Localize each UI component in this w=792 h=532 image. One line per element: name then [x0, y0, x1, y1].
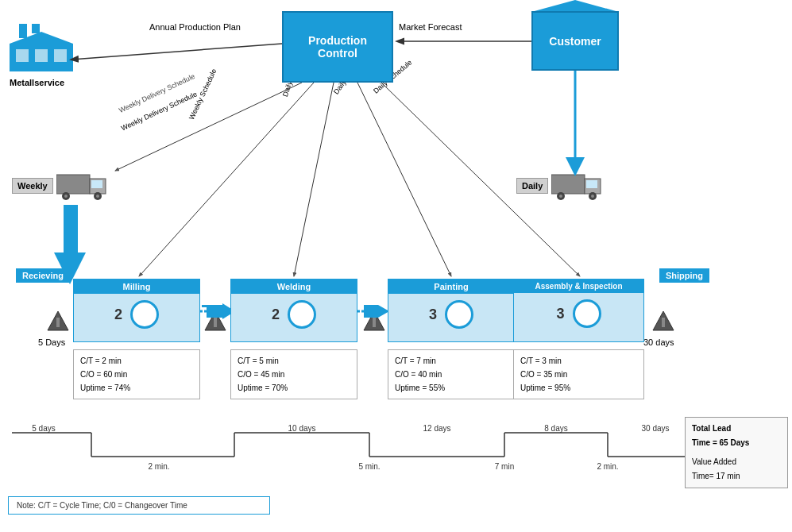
svg-rect-19 [91, 180, 102, 188]
assembly-content: 3 [514, 293, 643, 334]
factory-metallservice [10, 24, 73, 77]
svg-line-1 [71, 44, 282, 60]
welding-header: Welding [231, 279, 357, 294]
arrow-dash-1 [200, 303, 232, 322]
svg-rect-24 [551, 175, 585, 194]
svg-text:8 days: 8 days [544, 425, 567, 433]
assembly-co: C/O = 35 min [520, 368, 637, 381]
value-added-label: Value AddedTime= 17 min [692, 455, 781, 484]
milling-ct: C/T = 2 min [80, 354, 193, 368]
svg-text:10 days: 10 days [288, 425, 315, 433]
customer-label: Customer [549, 35, 601, 48]
welding-ct: C/T = 5 min [238, 354, 350, 368]
note-box: Note: C/T = Cycle Time; C/0 = Changeover… [8, 496, 270, 515]
welding-content: 2 [231, 294, 357, 335]
svg-rect-10 [32, 24, 40, 33]
days-before-milling: 5 Days [38, 337, 65, 347]
painting-co: C/O = 40 min [395, 368, 508, 381]
svg-rect-26 [586, 180, 597, 188]
inventory-5 [651, 310, 675, 335]
painting-ct: C/T = 7 min [395, 354, 508, 368]
assembly-ct: C/T = 3 min [520, 354, 637, 368]
painting-box: Painting 3 [388, 279, 515, 342]
svg-text:2 min.: 2 min. [148, 462, 169, 471]
assembly-header: Assembly & Inspection [514, 279, 643, 293]
svg-point-23 [96, 195, 99, 198]
svg-rect-9 [19, 24, 27, 38]
svg-text:2 min.: 2 min. [597, 462, 618, 471]
painting-metrics: C/T = 7 min C/O = 40 min Uptime = 55% [388, 349, 515, 399]
svg-text:5 min.: 5 min. [358, 462, 380, 471]
metallservice-label: Metallservice [10, 78, 64, 87]
svg-point-21 [64, 195, 68, 198]
annual-plan-label: Annual Production Plan [149, 22, 241, 32]
inventory-1 [46, 310, 70, 335]
milling-box: Milling 2 [73, 279, 200, 342]
welding-circle [288, 300, 316, 329]
lead-time-box: Total LeadTime = 65 Days Value AddedTime… [685, 417, 788, 488]
svg-point-30 [591, 195, 594, 198]
svg-rect-14 [35, 49, 48, 62]
svg-line-4 [294, 83, 334, 276]
svg-text:12 days: 12 days [423, 425, 450, 433]
assembly-metrics: C/T = 3 min C/O = 35 min Uptime = 95% [513, 349, 644, 399]
painting-circle [445, 300, 473, 329]
milling-operators: 2 [114, 306, 122, 323]
svg-rect-13 [16, 49, 29, 62]
total-lead-label: Total LeadTime = 65 Days [692, 422, 781, 450]
painting-header: Painting [388, 279, 514, 294]
production-control-label: Production Control [308, 34, 367, 60]
milling-uptime: Uptime = 74% [80, 381, 193, 395]
welding-box: Welding 2 [230, 279, 357, 342]
milling-metrics: C/T = 2 min C/O = 60 min Uptime = 74% [73, 349, 200, 399]
push-arrow-receiving [60, 205, 82, 268]
welding-co: C/O = 45 min [238, 368, 350, 381]
daily-label: Daily [516, 178, 548, 194]
svg-rect-32 [56, 318, 60, 327]
svg-rect-15 [54, 49, 67, 62]
svg-text:5 days: 5 days [32, 425, 55, 433]
svg-marker-16 [531, 0, 619, 12]
milling-content: 2 [74, 294, 199, 335]
milling-co: C/O = 60 min [80, 368, 193, 381]
welding-metrics: C/T = 5 min C/O = 45 min Uptime = 70% [230, 349, 357, 399]
svg-point-28 [559, 195, 562, 198]
painting-operators: 3 [429, 306, 437, 323]
svg-rect-17 [56, 175, 90, 194]
weekly-label: Weekly [12, 178, 53, 194]
painting-uptime: Uptime = 55% [395, 381, 508, 395]
assembly-operators: 3 [556, 306, 564, 322]
arrow-dash-2 [357, 303, 389, 322]
production-control-box: Production Control [282, 11, 393, 83]
market-forecast-label: Market Forecast [399, 22, 462, 32]
assembly-uptime: Uptime = 95% [520, 381, 637, 395]
daily-truck-container: Daily [516, 171, 603, 201]
timeline-container: 5 days 2 min. 10 days 5 min. 12 days 7 m… [12, 425, 695, 474]
assembly-box: Assembly & Inspection 3 [513, 279, 644, 342]
svg-text:7 min: 7 min [495, 462, 514, 471]
customer-box: Customer [531, 11, 619, 71]
receiving-label: Recieving [16, 268, 70, 283]
milling-header: Milling [74, 279, 199, 294]
welding-operators: 2 [272, 306, 280, 323]
weekly-truck-icon [56, 171, 108, 201]
svg-line-5 [357, 83, 451, 276]
shipping-label: Shipping [659, 268, 709, 283]
svg-rect-40 [662, 318, 665, 327]
milling-circle [130, 300, 159, 329]
daily-truck-icon [551, 171, 603, 201]
svg-text:30 days: 30 days [641, 425, 669, 433]
assembly-circle [573, 299, 601, 328]
painting-content: 3 [388, 294, 514, 335]
welding-uptime: Uptime = 70% [238, 381, 350, 395]
days-after-assembly: 30 days [643, 337, 674, 347]
weekly-truck-container: Weekly [12, 171, 108, 201]
